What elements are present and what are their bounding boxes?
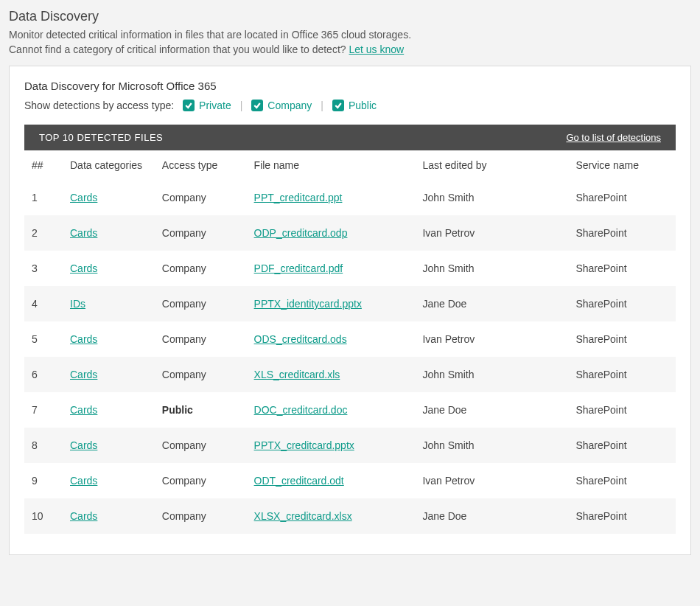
- access-type: Company: [155, 428, 247, 463]
- file-link[interactable]: ODT_creditcard.odt: [254, 475, 344, 487]
- col-categories-header: Data categories: [63, 150, 155, 180]
- access-type: Company: [155, 286, 247, 321]
- last-edited-by: John Smith: [415, 180, 568, 215]
- service-name: SharePoint: [568, 392, 676, 428]
- filter-private-label: Private: [199, 100, 231, 111]
- category-link[interactable]: Cards: [70, 227, 97, 239]
- row-number: 1: [24, 180, 63, 215]
- access-type: Company: [155, 215, 247, 251]
- table-row: 3CardsCompanyPDF_creditcard.pdfJohn Smit…: [24, 251, 676, 286]
- service-name: SharePoint: [568, 498, 676, 534]
- last-edited-by: John Smith: [415, 251, 568, 286]
- file-link[interactable]: ODP_creditcard.odp: [254, 227, 348, 239]
- col-num-header: ##: [24, 150, 63, 180]
- page-subtitle: Monitor detected critical information in…: [9, 29, 691, 41]
- service-name: SharePoint: [568, 180, 676, 215]
- table-row: 8CardsCompanyPPTX_creditcard.pptxJohn Sm…: [24, 428, 676, 463]
- col-service-header: Service name: [568, 150, 676, 180]
- file-link[interactable]: XLS_creditcard.xls: [254, 369, 340, 380]
- file-link[interactable]: PDF_creditcard.pdf: [254, 262, 343, 274]
- filter-private-checkbox[interactable]: Private: [183, 100, 231, 111]
- filter-public-label: Public: [349, 100, 377, 111]
- table-row: 6CardsCompanyXLS_creditcard.xlsJohn Smit…: [24, 357, 676, 392]
- detections-table: ## Data categories Access type File name…: [24, 150, 676, 534]
- category-link[interactable]: Cards: [70, 369, 97, 380]
- table-row: 7CardsPublicDOC_creditcard.docJane DoeSh…: [24, 392, 676, 428]
- file-link[interactable]: ODS_creditcard.ods: [254, 333, 347, 345]
- file-link[interactable]: PPTX_identitycard.pptx: [254, 298, 362, 310]
- table-header-bar: TOP 10 DETECTED FILES Go to list of dete…: [24, 125, 676, 150]
- category-link[interactable]: Cards: [70, 192, 97, 203]
- table-row: 5CardsCompanyODS_creditcard.odsIvan Petr…: [24, 321, 676, 357]
- table-header-title: TOP 10 DETECTED FILES: [39, 132, 163, 143]
- last-edited-by: Jane Doe: [415, 392, 568, 428]
- hint-prefix: Cannot find a category of critical infor…: [9, 43, 349, 55]
- last-edited-by: Ivan Petrov: [415, 321, 568, 357]
- page-title: Data Discovery: [9, 9, 691, 24]
- category-link[interactable]: Cards: [70, 510, 97, 522]
- filter-label: Show detections by access type:: [24, 100, 174, 111]
- access-type: Company: [155, 498, 247, 534]
- last-edited-by: John Smith: [415, 428, 568, 463]
- check-icon: [183, 100, 195, 111]
- category-link[interactable]: Cards: [70, 404, 97, 416]
- access-type: Company: [155, 463, 247, 498]
- filter-company-label: Company: [267, 100, 312, 111]
- last-edited-by: Jane Doe: [415, 286, 568, 321]
- access-type: Company: [155, 357, 247, 392]
- last-edited-by: Ivan Petrov: [415, 215, 568, 251]
- row-number: 7: [24, 392, 63, 428]
- row-number: 4: [24, 286, 63, 321]
- filter-row: Show detections by access type: Private …: [24, 100, 676, 111]
- go-to-detections-link[interactable]: Go to list of detections: [566, 132, 661, 143]
- service-name: SharePoint: [568, 251, 676, 286]
- access-type: Company: [155, 180, 247, 215]
- file-link[interactable]: PPT_creditcard.ppt: [254, 192, 343, 203]
- discovery-panel: Data Discovery for Microsoft Office 365 …: [9, 66, 691, 555]
- row-number: 6: [24, 357, 63, 392]
- check-icon: [332, 100, 344, 111]
- row-number: 8: [24, 428, 63, 463]
- table-row: 1CardsCompanyPPT_creditcard.pptJohn Smit…: [24, 180, 676, 215]
- category-link[interactable]: Cards: [70, 262, 97, 274]
- table-row: 2CardsCompanyODP_creditcard.odpIvan Petr…: [24, 215, 676, 251]
- category-link[interactable]: IDs: [70, 298, 85, 310]
- file-link[interactable]: PPTX_creditcard.pptx: [254, 439, 354, 451]
- last-edited-by: John Smith: [415, 357, 568, 392]
- row-number: 9: [24, 463, 63, 498]
- col-filename-header: File name: [247, 150, 416, 180]
- category-link[interactable]: Cards: [70, 475, 97, 487]
- page-hint: Cannot find a category of critical infor…: [9, 43, 691, 55]
- row-number: 5: [24, 321, 63, 357]
- last-edited-by: Ivan Petrov: [415, 463, 568, 498]
- service-name: SharePoint: [568, 357, 676, 392]
- category-link[interactable]: Cards: [70, 439, 97, 451]
- row-number: 10: [24, 498, 63, 534]
- access-type: Company: [155, 251, 247, 286]
- filter-separator: |: [240, 100, 243, 111]
- check-icon: [251, 100, 263, 111]
- access-type: Public: [155, 392, 247, 428]
- service-name: SharePoint: [568, 286, 676, 321]
- service-name: SharePoint: [568, 215, 676, 251]
- filter-separator: |: [321, 100, 323, 111]
- detections-table-wrap: TOP 10 DETECTED FILES Go to list of dete…: [24, 125, 676, 534]
- filter-company-checkbox[interactable]: Company: [251, 100, 312, 111]
- table-row: 9CardsCompanyODT_creditcard.odtIvan Petr…: [24, 463, 676, 498]
- filter-public-checkbox[interactable]: Public: [332, 100, 377, 111]
- service-name: SharePoint: [568, 321, 676, 357]
- table-row: 10CardsCompanyXLSX_creditcard.xlsxJane D…: [24, 498, 676, 534]
- panel-title: Data Discovery for Microsoft Office 365: [24, 80, 676, 92]
- service-name: SharePoint: [568, 463, 676, 498]
- row-number: 3: [24, 251, 63, 286]
- table-row: 4IDsCompanyPPTX_identitycard.pptxJane Do…: [24, 286, 676, 321]
- access-type: Company: [155, 321, 247, 357]
- let-us-know-link[interactable]: Let us know: [349, 43, 404, 55]
- col-editor-header: Last edited by: [415, 150, 568, 180]
- row-number: 2: [24, 215, 63, 251]
- file-link[interactable]: XLSX_creditcard.xlsx: [254, 510, 352, 522]
- service-name: SharePoint: [568, 428, 676, 463]
- file-link[interactable]: DOC_creditcard.doc: [254, 404, 348, 416]
- category-link[interactable]: Cards: [70, 333, 97, 345]
- last-edited-by: Jane Doe: [415, 498, 568, 534]
